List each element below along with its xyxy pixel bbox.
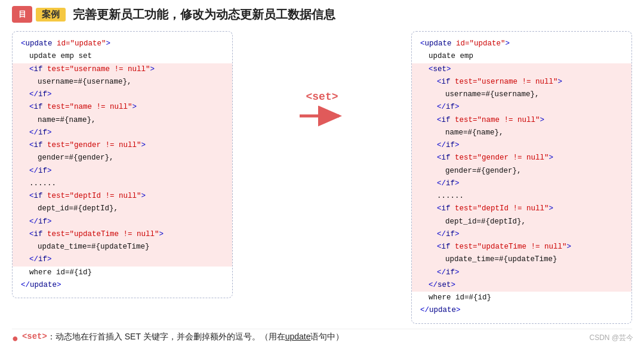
footer-text: ：动态地在行首插入 SET 关键字，并会删掉额外的逗号。（用在update语句中… (47, 332, 344, 342)
header-icon: 目 (12, 6, 32, 23)
left-code-panel: <update id="update">update emp set<if te… (12, 31, 233, 298)
footer: ● <set> ：动态地在行首插入 SET 关键字，并会删掉额外的逗号。（用在u… (12, 329, 632, 347)
header-badge: 案例 (36, 8, 66, 22)
header: 目 案例 完善更新员工功能，修改为动态更新员工数据信息 (12, 6, 632, 23)
main-content: <update id="update">update emp set<if te… (12, 31, 632, 324)
right-code-panel: <update id="update">update emp<set><if t… (411, 31, 632, 324)
arrow-label: <set> (306, 91, 338, 103)
footer-set-label: <set> (22, 332, 47, 341)
arrow-area: <set> (233, 31, 411, 127)
footer-underline-word: update (285, 332, 311, 341)
header-title: 完善更新员工功能，修改为动态更新员工数据信息 (73, 7, 335, 23)
footer-dot: ● (12, 332, 19, 345)
arrow-icon (298, 105, 346, 127)
watermark: CSDN @芸今 (589, 333, 633, 343)
